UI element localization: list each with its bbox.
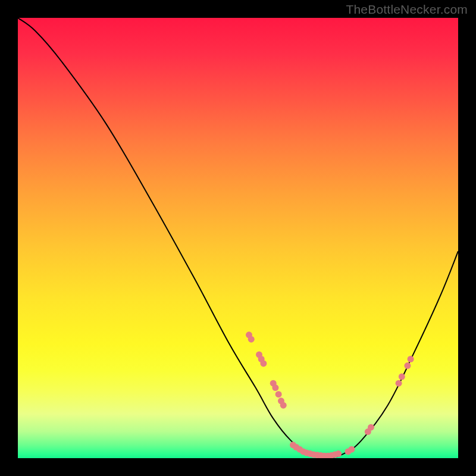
- bottleneck-curve: [18, 18, 458, 458]
- data-point: [396, 380, 402, 387]
- data-point: [248, 336, 255, 343]
- data-point: [335, 450, 342, 457]
- data-point: [368, 424, 374, 431]
- watermark-text: TheBottleNecker.com: [346, 2, 468, 17]
- data-point: [280, 402, 287, 409]
- chart-plot-area: [18, 18, 458, 458]
- data-point: [408, 356, 414, 362]
- data-point: [275, 391, 282, 397]
- data-point: [399, 374, 405, 380]
- data-point: [404, 362, 411, 369]
- data-point: [272, 384, 278, 391]
- data-point: [348, 446, 355, 453]
- data-point: [260, 360, 267, 367]
- data-point-markers: [246, 331, 414, 458]
- chart-svg: [18, 18, 458, 458]
